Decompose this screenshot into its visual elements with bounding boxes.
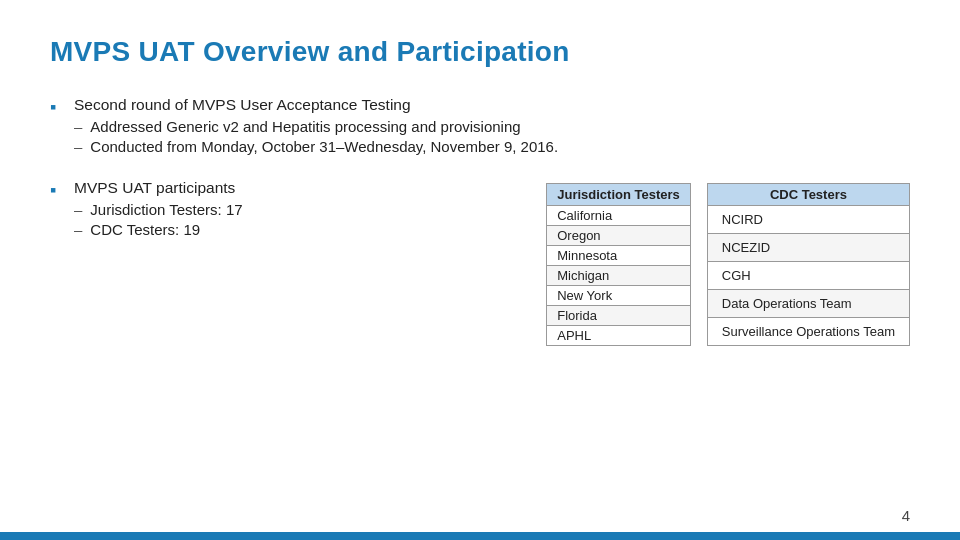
bullet-content-1: Second round of MVPS User Acceptance Tes… <box>74 96 910 155</box>
cdc-row: NCEZID <box>707 234 909 262</box>
cdc-table-header: CDC Testers <box>707 184 909 206</box>
jurisdiction-row: New York <box>547 286 691 306</box>
jurisdiction-table: Jurisdiction Testers CaliforniaOregonMin… <box>546 183 691 346</box>
jurisdiction-row: Minnesota <box>547 246 691 266</box>
bullet-icon-2: ▪ <box>50 180 64 201</box>
bullet-content-2: MVPS UAT participants – Jurisdiction Tes… <box>74 179 526 238</box>
sub-bullet-2-1-text: Jurisdiction Testers: 17 <box>90 201 242 218</box>
cdc-row: NCIRD <box>707 206 909 234</box>
dash-2-1: – <box>74 201 82 218</box>
dash-2-2: – <box>74 221 82 238</box>
sub-bullet-2-1: – Jurisdiction Testers: 17 <box>74 201 526 218</box>
sub-bullet-1-1: – Addressed Generic v2 and Hepatitis pro… <box>74 118 910 135</box>
bullet-icon-1: ▪ <box>50 97 64 118</box>
sub-bullet-2-2-text: CDC Testers: 19 <box>90 221 200 238</box>
bottom-bar <box>0 532 960 540</box>
content-area: ▪ Second round of MVPS User Acceptance T… <box>50 96 910 346</box>
bullet2-main: MVPS UAT participants <box>74 179 526 197</box>
bullet-section-1: ▪ Second round of MVPS User Acceptance T… <box>50 96 910 155</box>
jurisdiction-row: Oregon <box>547 226 691 246</box>
dash-1-2: – <box>74 138 82 155</box>
cdc-row: Surveillance Operations Team <box>707 318 909 346</box>
sub-bullet-1-2: – Conducted from Monday, October 31–Wedn… <box>74 138 910 155</box>
slide-title: MVPS UAT Overview and Participation <box>50 36 910 68</box>
jurisdiction-table-header: Jurisdiction Testers <box>547 184 691 206</box>
jurisdiction-row: California <box>547 206 691 226</box>
cdc-row: Data Operations Team <box>707 290 909 318</box>
sub-bullets-2: – Jurisdiction Testers: 17 – CDC Testers… <box>74 201 526 238</box>
cdc-table: CDC Testers NCIRDNCEZIDCGHData Operation… <box>707 183 910 346</box>
sub-bullet-1-1-text: Addressed Generic v2 and Hepatitis proce… <box>90 118 520 135</box>
cdc-row: CGH <box>707 262 909 290</box>
sub-bullet-1-2-text: Conducted from Monday, October 31–Wednes… <box>90 138 558 155</box>
bullet-section-2: ▪ MVPS UAT participants – Jurisdiction T… <box>50 179 910 346</box>
jurisdiction-row: Michigan <box>547 266 691 286</box>
bullet1-main: Second round of MVPS User Acceptance Tes… <box>74 96 910 114</box>
slide-number: 4 <box>902 507 910 524</box>
sub-bullet-2-2: – CDC Testers: 19 <box>74 221 526 238</box>
sub-bullets-1: – Addressed Generic v2 and Hepatitis pro… <box>74 118 910 155</box>
slide-container: MVPS UAT Overview and Participation ▪ Se… <box>0 0 960 540</box>
jurisdiction-row: APHL <box>547 326 691 346</box>
dash-1-1: – <box>74 118 82 135</box>
table-wrapper: Jurisdiction Testers CaliforniaOregonMin… <box>546 183 910 346</box>
jurisdiction-row: Florida <box>547 306 691 326</box>
